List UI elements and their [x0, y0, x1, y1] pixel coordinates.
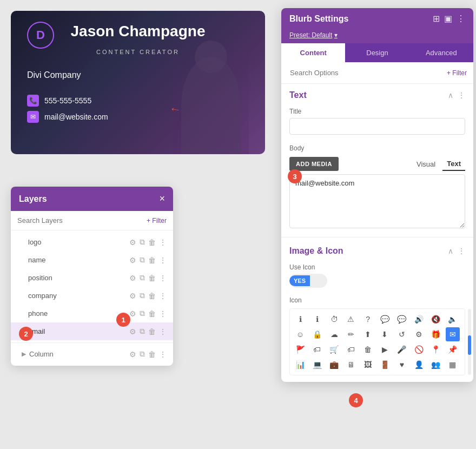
tab-content[interactable]: Content: [281, 43, 345, 62]
gear-icon[interactable]: ⚙: [129, 350, 136, 359]
icon-cell-location[interactable]: 📍: [428, 342, 442, 356]
layers-filter-button[interactable]: + Filter: [147, 217, 167, 225]
duplicate-icon[interactable]: ⧉: [140, 237, 145, 247]
icon-cell-volume[interactable]: 🔈: [446, 312, 460, 326]
icon-cell-mute[interactable]: 🔇: [428, 312, 442, 326]
icon-cell-heart[interactable]: ♥: [395, 358, 409, 372]
icon-cell-play[interactable]: ▶: [378, 342, 392, 356]
blurb-filter-button[interactable]: + Filter: [447, 69, 467, 77]
settings-icon[interactable]: ▣: [444, 14, 452, 24]
icon-cell-flag[interactable]: 🚩: [293, 342, 307, 356]
icon-cell-upload[interactable]: ⬆: [361, 327, 375, 341]
gear-icon[interactable]: ⚙: [129, 309, 136, 318]
duplicate-icon[interactable]: ⧉: [140, 255, 145, 265]
image-icon-section-header[interactable]: Image & Icon ∧ ⋮: [281, 240, 473, 260]
icon-cell-refresh[interactable]: ↺: [395, 327, 409, 341]
expand-icon[interactable]: ⊞: [433, 14, 440, 24]
icon-cell-question[interactable]: ?: [361, 312, 375, 326]
title-input[interactable]: [289, 118, 465, 135]
body-textarea[interactable]: mail@website.com: [289, 174, 465, 228]
text-section-header[interactable]: Text ∧ ⋮: [281, 84, 473, 104]
visual-view-button[interactable]: Visual: [412, 157, 440, 171]
blurb-search-input[interactable]: [288, 67, 447, 79]
icon-cell-mic[interactable]: 🎤: [395, 342, 409, 356]
icon-cell-users[interactable]: 👥: [428, 358, 442, 372]
menu-icon[interactable]: ⋮: [159, 238, 167, 247]
icon-cell-cart[interactable]: 🛒: [327, 342, 341, 356]
trash-icon[interactable]: 🗑: [148, 256, 156, 265]
layer-column-item[interactable]: ▶ Column ⚙ ⧉ 🗑 ⋮: [11, 345, 173, 363]
trash-icon[interactable]: 🗑: [148, 350, 156, 359]
menu-icon[interactable]: ⋮: [159, 274, 167, 282]
icon-cell-tag2[interactable]: 🏷: [344, 342, 358, 356]
use-icon-toggle[interactable]: YES: [289, 274, 327, 288]
more-icon[interactable]: ⋮: [457, 14, 465, 24]
icon-cell-briefcase[interactable]: 💼: [327, 358, 341, 372]
icon-cell-info[interactable]: ℹ: [293, 312, 307, 326]
icon-cell-grid[interactable]: ▦: [446, 358, 460, 372]
icon-cell-smile[interactable]: ☺: [293, 327, 307, 341]
trash-icon[interactable]: 🗑: [148, 292, 156, 300]
collapse-icon[interactable]: ∧: [448, 247, 453, 255]
add-media-button[interactable]: ADD MEDIA: [289, 157, 339, 171]
icon-cell-warning[interactable]: ⚠: [344, 312, 358, 326]
icon-cell-laptop[interactable]: 💻: [310, 358, 324, 372]
collapse-icon[interactable]: ∧: [448, 91, 453, 100]
menu-icon[interactable]: ⋮: [159, 309, 167, 318]
icon-cell-trash[interactable]: 🗑: [361, 342, 375, 356]
icon-cell-pencil[interactable]: ✏: [344, 327, 358, 341]
gear-icon[interactable]: ⚙: [129, 238, 136, 247]
duplicate-icon[interactable]: ⧉: [140, 349, 145, 359]
layers-search-input[interactable]: [17, 216, 142, 225]
icon-cell-settings[interactable]: ⚙: [412, 327, 426, 341]
icon-cell-pin[interactable]: 📌: [446, 342, 460, 356]
duplicate-icon[interactable]: ⧉: [140, 327, 145, 336]
layers-close-button[interactable]: ×: [159, 193, 165, 204]
icon-cell-clock[interactable]: ⏱: [327, 312, 341, 326]
gear-icon[interactable]: ⚙: [129, 256, 136, 265]
tab-design[interactable]: Design: [345, 43, 409, 62]
icon-cell-ban[interactable]: 🚫: [412, 342, 426, 356]
preset-dropdown[interactable]: ▾: [334, 31, 338, 39]
trash-icon[interactable]: 🗑: [148, 238, 156, 247]
menu-icon[interactable]: ⋮: [159, 327, 167, 336]
tab-advanced[interactable]: Advanced: [409, 43, 473, 62]
list-item-email[interactable]: email ⚙ ⧉ 🗑 ⋮: [11, 322, 173, 340]
gear-icon[interactable]: ⚙: [129, 274, 136, 282]
duplicate-icon[interactable]: ⧉: [140, 273, 145, 282]
icon-cell-bar-chart[interactable]: 📊: [293, 358, 307, 372]
icon-cell-email[interactable]: ✉: [446, 327, 460, 341]
icon-cell-info2[interactable]: ℹ: [310, 312, 324, 326]
section-menu-icon[interactable]: ⋮: [458, 91, 465, 100]
trash-icon[interactable]: 🗑: [148, 274, 156, 282]
list-item[interactable]: logo ⚙ ⧉ 🗑 ⋮: [11, 233, 173, 251]
icon-cell-lock[interactable]: 🔒: [310, 327, 324, 341]
duplicate-icon[interactable]: ⧉: [140, 291, 145, 300]
icon-cell-chat[interactable]: 💬: [378, 312, 392, 326]
list-item[interactable]: name ⚙ ⧉ 🗑 ⋮: [11, 251, 173, 269]
trash-icon[interactable]: 🗑: [148, 327, 156, 336]
icon-cell-chat2[interactable]: 💬: [395, 312, 409, 326]
icon-cell-picture[interactable]: 🖼: [361, 358, 375, 372]
icon-grid-scrollbar[interactable]: [468, 309, 471, 375]
list-item[interactable]: phone ⚙ ⧉ 🗑 ⋮: [11, 305, 173, 322]
icon-cell-gift[interactable]: 🎁: [428, 327, 442, 341]
menu-icon[interactable]: ⋮: [159, 292, 167, 300]
duplicate-icon[interactable]: ⧉: [140, 309, 145, 318]
text-view-button[interactable]: Text: [442, 157, 465, 171]
menu-icon[interactable]: ⋮: [159, 350, 167, 359]
icon-cell-door[interactable]: 🚪: [378, 358, 392, 372]
trash-icon[interactable]: 🗑: [148, 309, 156, 318]
list-item[interactable]: position ⚙ ⧉ 🗑 ⋮: [11, 269, 173, 287]
list-item[interactable]: company ⚙ ⧉ 🗑 ⋮: [11, 287, 173, 305]
gear-icon[interactable]: ⚙: [129, 292, 136, 300]
section-menu-icon[interactable]: ⋮: [458, 247, 465, 255]
icon-cell-download[interactable]: ⬇: [378, 327, 392, 341]
icon-cell-monitor[interactable]: 🖥: [344, 358, 358, 372]
icon-cell-speaker[interactable]: 🔊: [412, 312, 426, 326]
icon-cell-user[interactable]: 👤: [412, 358, 426, 372]
icon-cell-tag[interactable]: 🏷: [310, 342, 324, 356]
icon-cell-cloud[interactable]: ☁: [327, 327, 341, 341]
gear-icon[interactable]: ⚙: [129, 327, 136, 336]
menu-icon[interactable]: ⋮: [159, 256, 167, 265]
